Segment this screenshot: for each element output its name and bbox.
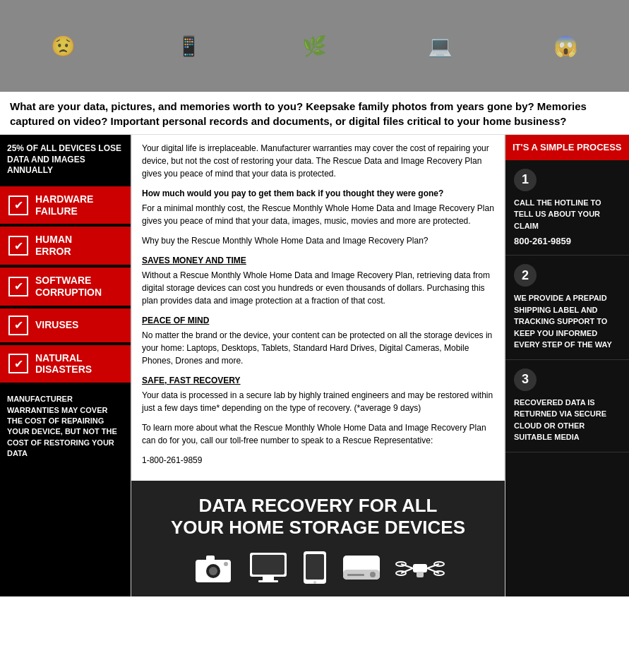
svg-point-4 xyxy=(224,562,228,566)
hero-question: What are your data, pictures, and memori… xyxy=(0,92,629,135)
photo-5: 😱 xyxy=(503,0,629,92)
hero-question-text: What are your data, pictures, and memori… xyxy=(10,99,619,128)
svg-point-11 xyxy=(313,581,316,584)
bottom-disclaimer: MANUFACTURER WARRANTIES MAY COVER THE CO… xyxy=(0,384,131,596)
middle-column: Your digital life is irreplaceable. Manu… xyxy=(131,135,505,596)
step-2-box: 2 WE PROVIDE A PREPAID SHIPPING LABEL AN… xyxy=(505,256,629,360)
step-2-number: 2 xyxy=(514,264,537,287)
data-recovery-box: DATA RECOVERY FOR ALL YOUR HOME STORAGE … xyxy=(131,481,505,596)
svg-rect-7 xyxy=(263,577,274,580)
svg-rect-16 xyxy=(413,564,427,572)
svg-rect-10 xyxy=(306,554,324,580)
cta-phone: 1-800-261-9859 xyxy=(142,454,494,467)
simple-process-title: IT'S A SIMPLE PROCESS xyxy=(513,142,622,152)
drone-icon xyxy=(395,550,445,585)
risk-item-viruses: ✔ VIRUSES xyxy=(0,308,131,342)
svg-rect-25 xyxy=(417,572,424,577)
photo-strip: 😟 📱 🌿 💻 😱 xyxy=(0,0,629,92)
photo-1: 😟 xyxy=(0,0,126,92)
photo-4: 💻 xyxy=(378,0,503,92)
risk-item-human-error: ✔ HUMANERROR xyxy=(0,227,131,265)
step-3-number: 3 xyxy=(514,368,537,391)
section3-title: SAFE, FAST RECOVERY xyxy=(142,374,494,387)
camera-icon xyxy=(192,550,234,585)
hard-drive-icon xyxy=(340,550,383,585)
risk-item-natural-disasters: ✔ NATURALDISASTERS xyxy=(0,345,131,383)
checkmark-icon: ✔ xyxy=(8,236,28,256)
stat-box: 25% OF ALL DEVICES LOSE DATA AND IMAGES … xyxy=(0,135,131,185)
desktop-icon xyxy=(247,550,289,585)
cta-text: To learn more about what the Rescue Mont… xyxy=(142,421,494,447)
svg-rect-8 xyxy=(258,580,278,582)
checkmark-icon: ✔ xyxy=(8,354,28,373)
section1-text: Without a Rescue Monthly Whole Home Data… xyxy=(142,269,494,307)
left-column: 25% OF ALL DEVICES LOSE DATA AND IMAGES … xyxy=(0,135,131,596)
simple-process-header: IT'S A SIMPLE PROCESS xyxy=(505,135,629,160)
svg-rect-3 xyxy=(206,556,215,561)
checkmark-icon: ✔ xyxy=(8,196,28,215)
photo-2: 📱 xyxy=(126,0,251,92)
section1-title: SAVES MONEY AND TIME xyxy=(142,254,494,267)
main-layout: 25% OF ALL DEVICES LOSE DATA AND IMAGES … xyxy=(0,135,629,596)
svg-rect-6 xyxy=(252,555,284,575)
section2-text: No matter the brand or the device, your … xyxy=(142,329,494,367)
para2: For a minimal monthly cost, the Rescue M… xyxy=(142,202,494,227)
right-column: IT'S A SIMPLE PROCESS 1 CALL THE HOTLINE… xyxy=(505,135,629,596)
tablet-icon xyxy=(302,550,328,585)
stat-text: 25% OF ALL DEVICES LOSE DATA AND IMAGES … xyxy=(7,143,121,175)
svg-rect-15 xyxy=(347,574,364,576)
step-1-box: 1 CALL THE HOTLINE TO TELL US ABOUT YOUR… xyxy=(505,160,629,256)
step-2-text: WE PROVIDE A PREPAID SHIPPING LABEL AND … xyxy=(514,292,621,351)
device-icons xyxy=(138,550,498,585)
para3: Why buy the Rescue Monthly Whole Home Da… xyxy=(142,234,494,247)
checkmark-icon: ✔ xyxy=(8,277,28,296)
step-1-phone: 800-261-9859 xyxy=(514,236,621,246)
risk-item-hardware: ✔ HARDWAREFAILURE xyxy=(0,186,131,224)
photo-3: 🌿 xyxy=(251,0,377,92)
svg-point-14 xyxy=(370,572,376,577)
step-3-box: 3 RECOVERED DATA IS RETURNED VIA SECURE … xyxy=(505,360,629,452)
step-1-number: 1 xyxy=(514,169,537,191)
section2-title: PEACE OF MIND xyxy=(142,314,494,327)
disclaimer-text: MANUFACTURER WARRANTIES MAY COVER THE CO… xyxy=(7,395,117,457)
data-recovery-title: DATA RECOVERY FOR ALL YOUR HOME STORAGE … xyxy=(138,495,498,539)
step-1-text: CALL THE HOTLINE TO TELL US ABOUT YOUR C… xyxy=(514,197,621,232)
checkmark-icon: ✔ xyxy=(8,316,28,335)
svg-point-2 xyxy=(209,567,217,575)
para1: Your digital life is irreplaceable. Manu… xyxy=(142,142,494,180)
section3-text: Your data is processed in a secure lab b… xyxy=(142,389,494,414)
middle-content: Your digital life is irreplaceable. Manu… xyxy=(131,135,505,481)
step-3-text: RECOVERED DATA IS RETURNED VIA SECURE CL… xyxy=(514,397,621,443)
risk-item-software: ✔ SOFTWARECORRUPTION xyxy=(0,268,131,306)
bold-question: How much would you pay to get them back … xyxy=(142,187,494,200)
